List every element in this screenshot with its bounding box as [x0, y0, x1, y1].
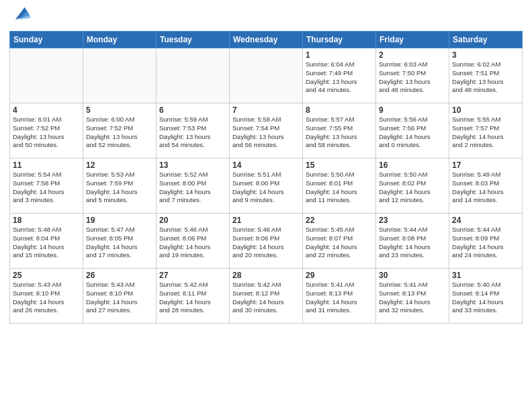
day-cell: 18Sunrise: 5:48 AM Sunset: 8:04 PM Dayli… [10, 214, 83, 269]
day-info: Sunrise: 5:59 AM Sunset: 7:53 PM Dayligh… [159, 116, 226, 150]
weekday-header-friday: Friday [376, 32, 449, 48]
day-number: 27 [159, 271, 226, 280]
day-info: Sunrise: 5:56 AM Sunset: 7:56 PM Dayligh… [379, 116, 446, 150]
week-row-3: 11Sunrise: 5:54 AM Sunset: 7:58 PM Dayli… [10, 158, 523, 214]
day-number: 9 [379, 105, 446, 115]
day-info: Sunrise: 5:49 AM Sunset: 8:03 PM Dayligh… [452, 171, 519, 205]
day-info: Sunrise: 6:02 AM Sunset: 7:51 PM Dayligh… [452, 60, 519, 95]
day-cell: 16Sunrise: 5:50 AM Sunset: 8:02 PM Dayli… [376, 158, 449, 214]
day-cell: 11Sunrise: 5:54 AM Sunset: 7:58 PM Dayli… [10, 158, 83, 214]
day-number: 13 [159, 161, 226, 170]
day-cell: 27Sunrise: 5:42 AM Sunset: 8:11 PM Dayli… [157, 269, 230, 324]
weekday-header-tuesday: Tuesday [157, 32, 230, 48]
day-number: 29 [306, 271, 373, 280]
day-cell: 28Sunrise: 5:42 AM Sunset: 8:12 PM Dayli… [230, 269, 303, 324]
day-cell: 6Sunrise: 5:59 AM Sunset: 7:53 PM Daylig… [157, 103, 230, 158]
week-row-5: 25Sunrise: 5:43 AM Sunset: 8:10 PM Dayli… [10, 269, 523, 324]
day-number: 7 [232, 105, 300, 115]
day-number: 26 [86, 271, 153, 280]
day-cell [157, 48, 230, 103]
day-number: 8 [306, 105, 373, 115]
day-number: 28 [232, 271, 300, 280]
day-number: 11 [13, 161, 80, 170]
day-info: Sunrise: 5:50 AM Sunset: 8:02 PM Dayligh… [379, 171, 446, 205]
day-number: 2 [379, 50, 446, 60]
logo-icon [12, 4, 31, 23]
day-cell: 29Sunrise: 5:41 AM Sunset: 8:13 PM Dayli… [303, 269, 376, 324]
day-number: 6 [159, 105, 226, 115]
day-number: 31 [452, 271, 519, 280]
day-info: Sunrise: 5:46 AM Sunset: 8:06 PM Dayligh… [232, 226, 300, 260]
day-info: Sunrise: 5:51 AM Sunset: 8:00 PM Dayligh… [232, 171, 300, 205]
day-cell: 23Sunrise: 5:44 AM Sunset: 8:08 PM Dayli… [376, 214, 449, 269]
day-cell: 10Sunrise: 5:55 AM Sunset: 7:57 PM Dayli… [449, 103, 523, 158]
day-info: Sunrise: 5:43 AM Sunset: 8:10 PM Dayligh… [13, 281, 80, 315]
day-info: Sunrise: 5:57 AM Sunset: 7:55 PM Dayligh… [306, 116, 373, 150]
day-cell: 30Sunrise: 5:41 AM Sunset: 8:13 PM Dayli… [376, 269, 449, 324]
day-info: Sunrise: 5:44 AM Sunset: 8:09 PM Dayligh… [452, 226, 519, 260]
day-info: Sunrise: 5:45 AM Sunset: 8:07 PM Dayligh… [306, 226, 373, 260]
day-info: Sunrise: 5:48 AM Sunset: 8:04 PM Dayligh… [13, 226, 80, 260]
day-cell: 7Sunrise: 5:58 AM Sunset: 7:54 PM Daylig… [230, 103, 303, 158]
day-cell: 1Sunrise: 6:04 AM Sunset: 7:49 PM Daylig… [303, 48, 376, 103]
day-cell: 8Sunrise: 5:57 AM Sunset: 7:55 PM Daylig… [303, 103, 376, 158]
day-number: 30 [379, 271, 446, 280]
day-cell: 2Sunrise: 6:03 AM Sunset: 7:50 PM Daylig… [376, 48, 449, 103]
week-row-1: 1Sunrise: 6:04 AM Sunset: 7:49 PM Daylig… [10, 48, 523, 103]
day-number: 21 [232, 216, 300, 225]
day-number: 10 [452, 105, 519, 115]
day-cell: 17Sunrise: 5:49 AM Sunset: 8:03 PM Dayli… [449, 158, 523, 214]
calendar: SundayMondayTuesdayWednesdayThursdayFrid… [9, 31, 523, 324]
day-cell: 14Sunrise: 5:51 AM Sunset: 8:00 PM Dayli… [230, 158, 303, 214]
day-info: Sunrise: 5:43 AM Sunset: 8:10 PM Dayligh… [86, 281, 153, 315]
weekday-header-row: SundayMondayTuesdayWednesdayThursdayFrid… [10, 32, 523, 48]
day-info: Sunrise: 5:53 AM Sunset: 7:59 PM Dayligh… [86, 171, 153, 205]
day-info: Sunrise: 6:04 AM Sunset: 7:49 PM Dayligh… [306, 60, 373, 95]
day-number: 5 [86, 105, 153, 115]
day-cell [10, 48, 83, 103]
day-info: Sunrise: 5:42 AM Sunset: 8:12 PM Dayligh… [232, 281, 300, 315]
day-info: Sunrise: 5:41 AM Sunset: 8:13 PM Dayligh… [379, 281, 446, 315]
day-number: 18 [13, 216, 80, 225]
day-info: Sunrise: 5:47 AM Sunset: 8:05 PM Dayligh… [86, 226, 153, 260]
logo [9, 7, 31, 26]
day-number: 22 [306, 216, 373, 225]
weekday-header-sunday: Sunday [10, 32, 83, 48]
day-cell: 4Sunrise: 6:01 AM Sunset: 7:52 PM Daylig… [10, 103, 83, 158]
day-info: Sunrise: 5:42 AM Sunset: 8:11 PM Dayligh… [159, 281, 226, 315]
day-cell: 5Sunrise: 6:00 AM Sunset: 7:52 PM Daylig… [83, 103, 157, 158]
page: SundayMondayTuesdayWednesdayThursdayFrid… [0, 0, 532, 411]
day-cell: 25Sunrise: 5:43 AM Sunset: 8:10 PM Dayli… [10, 269, 83, 324]
day-number: 15 [306, 161, 373, 170]
day-cell: 26Sunrise: 5:43 AM Sunset: 8:10 PM Dayli… [83, 269, 157, 324]
day-cell: 21Sunrise: 5:46 AM Sunset: 8:06 PM Dayli… [230, 214, 303, 269]
day-info: Sunrise: 5:46 AM Sunset: 8:06 PM Dayligh… [159, 226, 226, 260]
day-info: Sunrise: 5:52 AM Sunset: 8:00 PM Dayligh… [159, 171, 226, 205]
day-number: 12 [86, 161, 153, 170]
day-info: Sunrise: 6:03 AM Sunset: 7:50 PM Dayligh… [379, 60, 446, 95]
header [9, 7, 523, 26]
day-number: 19 [86, 216, 153, 225]
day-info: Sunrise: 6:01 AM Sunset: 7:52 PM Dayligh… [13, 116, 80, 150]
day-cell: 13Sunrise: 5:52 AM Sunset: 8:00 PM Dayli… [157, 158, 230, 214]
day-cell: 3Sunrise: 6:02 AM Sunset: 7:51 PM Daylig… [449, 48, 523, 103]
week-row-2: 4Sunrise: 6:01 AM Sunset: 7:52 PM Daylig… [10, 103, 523, 158]
day-number: 3 [452, 50, 519, 60]
day-number: 14 [232, 161, 300, 170]
weekday-header-monday: Monday [83, 32, 157, 48]
day-cell: 19Sunrise: 5:47 AM Sunset: 8:05 PM Dayli… [83, 214, 157, 269]
day-number: 17 [452, 161, 519, 170]
day-number: 4 [13, 105, 80, 115]
day-number: 20 [159, 216, 226, 225]
day-info: Sunrise: 5:55 AM Sunset: 7:57 PM Dayligh… [452, 116, 519, 150]
day-number: 1 [306, 50, 373, 60]
day-cell: 9Sunrise: 5:56 AM Sunset: 7:56 PM Daylig… [376, 103, 449, 158]
day-info: Sunrise: 5:58 AM Sunset: 7:54 PM Dayligh… [232, 116, 300, 150]
day-cell [230, 48, 303, 103]
day-info: Sunrise: 5:50 AM Sunset: 8:01 PM Dayligh… [306, 171, 373, 205]
day-cell: 24Sunrise: 5:44 AM Sunset: 8:09 PM Dayli… [449, 214, 523, 269]
day-cell: 20Sunrise: 5:46 AM Sunset: 8:06 PM Dayli… [157, 214, 230, 269]
week-row-4: 18Sunrise: 5:48 AM Sunset: 8:04 PM Dayli… [10, 214, 523, 269]
weekday-header-saturday: Saturday [449, 32, 523, 48]
day-cell: 15Sunrise: 5:50 AM Sunset: 8:01 PM Dayli… [303, 158, 376, 214]
